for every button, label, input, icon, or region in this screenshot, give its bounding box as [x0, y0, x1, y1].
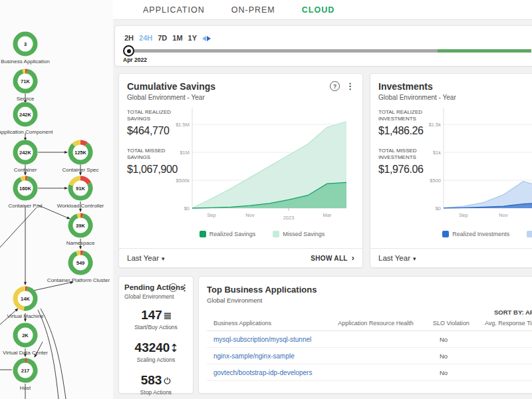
svg-text:2K: 2K — [22, 332, 29, 338]
supply-chain-node-container-platform-cluster[interactable]: 549Container Platform Cluster — [47, 251, 110, 284]
pending-action-stat[interactable]: 43240Scaling Actions — [135, 340, 178, 363]
cumulative-savings-chart: $500k$1M$1.5M$0SepNov2023Mar — [174, 105, 350, 224]
svg-text:$500k: $500k — [176, 178, 190, 184]
supply-chain-sidebar: 3Business Application71KService242KAppli… — [0, 0, 113, 399]
chevron-right-icon: › — [352, 253, 354, 263]
business-application-link[interactable]: govtech/bootstrap-idp-developers — [207, 369, 319, 376]
svg-text:Nov: Nov — [245, 212, 255, 218]
column-header: Avg. Response Time — [485, 320, 532, 327]
svg-text:91K: 91K — [76, 186, 85, 192]
show-all-button[interactable]: SHOW ALL› — [311, 253, 354, 263]
help-icon[interactable]: ? — [330, 81, 340, 91]
top-navigation: APPLICATION ON-PREM CLOUD — [113, 0, 532, 20]
pending-action-stat[interactable]: 583Stop Actions — [140, 373, 172, 396]
tab-cloud[interactable]: CLOUD — [302, 5, 334, 15]
stat-value: $1,486.26 — [378, 125, 425, 137]
legend-item[interactable]: Missed Savings — [273, 231, 325, 237]
chart-legend: Realized InvestmentsMissed Investments — [425, 231, 532, 237]
supply-chain-node-container-pod[interactable]: 160KContainer Pod — [8, 176, 42, 209]
pending-action-stat[interactable]: 147Start/Buy Actions — [134, 308, 178, 331]
tab-application[interactable]: APPLICATION — [143, 5, 205, 15]
svg-text:$1k: $1k — [433, 150, 441, 156]
supply-chain-node-host[interactable]: 217Host — [13, 358, 38, 392]
svg-text:Nov: Nov — [499, 212, 508, 218]
supply-chain-node-virtual-machine[interactable]: 14KVirtual Machine — [7, 287, 45, 320]
help-icon[interactable]: ? — [169, 283, 178, 292]
svg-text:242K: 242K — [19, 150, 32, 156]
buy-list-icon — [164, 308, 171, 323]
chevron-down-icon: ▾ — [413, 255, 416, 262]
time-option-1m[interactable]: 1M — [172, 34, 182, 42]
top-business-applications-card: Top Business Applications Global Environ… — [198, 276, 532, 394]
card-subtitle: Global Environment - Year — [127, 94, 354, 101]
supply-chain-label: Business Application — [1, 59, 49, 65]
time-option-2h[interactable]: 2H — [124, 34, 134, 42]
svg-text:$500: $500 — [430, 178, 441, 184]
kebab-menu-icon[interactable]: ⋮ — [346, 82, 354, 90]
svg-text:Sep: Sep — [459, 212, 467, 218]
time-option-1y[interactable]: 1Y — [188, 34, 197, 42]
chevron-down-icon: ▾ — [162, 255, 165, 262]
card-title: Investments — [378, 81, 532, 92]
supply-chain-node-service[interactable]: 71KService — [13, 69, 38, 102]
time-slider-toggle-icon[interactable] — [202, 32, 211, 44]
scale-icon — [172, 340, 177, 355]
supply-chain-node-application-component[interactable]: 242KApplication Component — [0, 102, 53, 136]
svg-text:2023: 2023 — [283, 215, 295, 221]
svg-text:39K: 39K — [76, 223, 85, 229]
supply-chain-node-virtual-data-center[interactable]: 2KVirtual Data Center — [3, 323, 48, 356]
timeline-slider-handle[interactable] — [123, 45, 134, 57]
slo-violation-value: No — [433, 352, 485, 360]
supply-chain-label: Container — [14, 167, 37, 173]
column-header: SLO Violation — [433, 320, 485, 327]
supply-chain-node-container-spec[interactable]: 125KContainer Spec — [62, 140, 98, 174]
supply-chain-label: Application Component — [0, 129, 53, 135]
business-application-link[interactable]: nginx-sample/nginx-sample — [207, 352, 319, 360]
tab-on-prem[interactable]: ON-PREM — [231, 5, 275, 15]
range-dropdown[interactable]: Last Year▾ — [127, 254, 165, 262]
action-count: 583 — [141, 373, 162, 388]
business-application-link[interactable]: mysql-subscription/mysql-stunnel — [207, 336, 319, 343]
stat-value: $464,770 — [127, 125, 174, 137]
svg-text:3: 3 — [24, 41, 27, 47]
kebab-menu-icon[interactable]: ⋮ — [180, 283, 189, 292]
svg-text:125K: 125K — [74, 150, 87, 156]
time-option-24h[interactable]: 24H — [139, 34, 152, 42]
timeline-date-label: Apr 2022 — [123, 57, 147, 63]
supply-chain-node-namespace[interactable]: 39KNamespace — [66, 213, 95, 247]
supply-chain-node-workload-controller[interactable]: 91KWorkload Controller — [57, 176, 104, 209]
chart-legend: Realized SavingsMissed Savings — [174, 231, 350, 237]
power-icon — [164, 373, 171, 388]
range-dropdown[interactable]: Last Year▾ — [378, 254, 416, 262]
supply-chain-label: Virtual Data Center — [3, 350, 48, 356]
card-subtitle: Global Environment — [207, 297, 532, 304]
sort-by-label[interactable]: SORT BY: APPLIC — [494, 309, 532, 316]
timeline-slider-track[interactable] — [124, 49, 531, 53]
action-label: Stop Actions — [140, 389, 172, 396]
supply-chain-label: Container Spec — [62, 167, 98, 173]
stat-label: TOTAL MISSED INVESTMENTS — [378, 148, 425, 162]
legend-item[interactable]: Realized Savings — [200, 231, 256, 237]
supply-chain-label: Namespace — [66, 240, 95, 246]
table-row: nginx-sample/nginx-sampleNo — [207, 348, 532, 364]
pending-actions-card: Pending Actions Global Environment ? ⋮ 1… — [118, 276, 194, 394]
legend-item[interactable]: Missed Investments — [527, 231, 532, 237]
supply-chain-node-business-application[interactable]: 3Business Application — [1, 32, 49, 65]
time-range-options: 2H24H7D1M1Y — [124, 32, 211, 44]
legend-item[interactable]: Realized Investments — [442, 231, 509, 237]
supply-chain-node-container[interactable]: 242KContainer — [13, 140, 38, 174]
supply-chain-label: Service — [17, 96, 35, 102]
supply-chain-label: Host — [20, 385, 31, 391]
action-label: Start/Buy Actions — [134, 324, 178, 331]
action-label: Scaling Actions — [135, 356, 178, 363]
investments-chart: $500$1k$1.5k$0SepNov2023Mar — [425, 105, 532, 224]
time-option-7d[interactable]: 7D — [158, 34, 167, 42]
svg-text:217: 217 — [21, 368, 30, 374]
action-count: 147 — [141, 308, 162, 323]
column-header: Application Resource Health — [319, 320, 433, 327]
table-row: mysql-subscription/mysql-stunnelNo — [207, 331, 532, 348]
svg-text:$0: $0 — [436, 205, 441, 211]
card-title: Top Business Applications — [207, 285, 532, 295]
svg-text:14K: 14K — [21, 296, 30, 302]
svg-text:160K: 160K — [19, 186, 32, 192]
